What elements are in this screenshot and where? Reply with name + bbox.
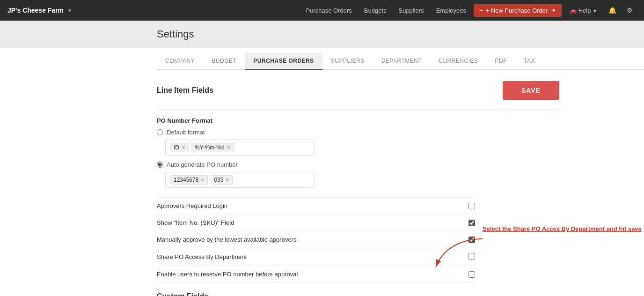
- counter-tag: 035 ✕: [211, 175, 233, 185]
- tab-currencies[interactable]: CURRENCIES: [430, 53, 486, 70]
- page-title: Settings: [157, 28, 644, 40]
- date-format-tag: %Y-%m-%d ✕: [191, 143, 234, 152]
- approvers-login-label: Approvers Required Login: [157, 202, 227, 209]
- section-header: Line Item Fields SAVE: [157, 81, 559, 100]
- reserve-po-row: Enable users to reserve PO number before…: [157, 266, 475, 283]
- settings-tabs: COMPANY BUDGET PURCHASE ORDERS SUPPLIERS…: [157, 48, 644, 70]
- auto-generate-radio[interactable]: [157, 162, 163, 168]
- content-area: Line Item Fields SAVE PO Number Format D…: [157, 70, 578, 296]
- help-icon: 🚗: [569, 7, 577, 14]
- po-number-format-label: PO Number Format: [157, 117, 559, 124]
- manually-approve-label: Manually approve by the lowest available…: [157, 236, 296, 243]
- plus-icon: +: [479, 7, 483, 14]
- share-po-row: Share PO Access By Department Select the…: [157, 248, 475, 266]
- default-format-option: Default format: [157, 129, 559, 136]
- nav-budgets[interactable]: Budgets: [359, 4, 391, 17]
- tab-tax[interactable]: TAX: [515, 53, 543, 70]
- share-po-label: Share PO Access By Department: [157, 253, 247, 260]
- nav-right: Purchase Orders Budgets Suppliers Employ…: [301, 4, 637, 17]
- brand-dropdown-icon[interactable]: ▼: [67, 8, 72, 13]
- show-sku-label: Show "Item No. (SKU)" Field: [157, 219, 234, 226]
- notification-bell-icon[interactable]: 🔔: [605, 4, 620, 17]
- sequence-tag: 12345678 ✕: [170, 175, 208, 185]
- nav-employees[interactable]: Employees: [432, 4, 471, 17]
- save-button[interactable]: SAVE: [503, 81, 559, 100]
- annotation-arrow: [431, 234, 487, 272]
- tab-budget[interactable]: BUDGET: [203, 53, 245, 70]
- auto-generate-label: Auto generate PO number: [167, 161, 238, 168]
- counter-tag-close[interactable]: ✕: [225, 177, 229, 183]
- page-header: Settings: [0, 21, 644, 48]
- settings-gear-icon[interactable]: ⚙: [623, 4, 637, 17]
- annotation-text: Select the Share PO Acces By Department …: [483, 225, 642, 232]
- auto-generate-tags: 12345678 ✕ 035 ✕: [165, 172, 315, 188]
- default-format-radio[interactable]: [157, 129, 163, 135]
- nav-left: JP's Cheese Farm ▼: [7, 7, 72, 14]
- nav-suppliers[interactable]: Suppliers: [394, 4, 428, 17]
- reserve-po-checkbox[interactable]: [468, 271, 475, 278]
- checkbox-rows: Approvers Required Login Show "Item No. …: [157, 197, 559, 283]
- auto-generate-option: Auto generate PO number: [157, 161, 559, 168]
- sequence-tag-close[interactable]: ✕: [200, 177, 205, 183]
- main-content: COMPANY BUDGET PURCHASE ORDERS SUPPLIERS…: [0, 48, 644, 296]
- new-purchase-order-button[interactable]: + + New Purchase Order ▼: [474, 4, 562, 17]
- show-sku-row: Show "Item No. (SKU)" Field: [157, 214, 475, 231]
- default-format-tags: ID ✕ %Y-%m-%d ✕: [165, 140, 315, 155]
- divider: [157, 109, 559, 110]
- tab-department[interactable]: DEPARTMENT: [373, 53, 431, 70]
- manually-approve-row: Manually approve by the lowest available…: [157, 231, 475, 248]
- id-tag-close[interactable]: ✕: [181, 145, 185, 151]
- date-tag-close[interactable]: ✕: [227, 145, 231, 151]
- id-tag: ID ✕: [170, 143, 189, 152]
- custom-fields-section: Custom Fields You can create and configu…: [157, 283, 559, 296]
- annotation-container: Select the Share PO Acces By Department …: [483, 225, 642, 233]
- section-title: Line Item Fields: [157, 86, 213, 95]
- help-link[interactable]: 🚗 Help ▼: [564, 4, 602, 17]
- new-btn-arrow: ▼: [551, 8, 556, 13]
- brand-name[interactable]: JP's Cheese Farm: [7, 7, 64, 14]
- po-number-format-group: PO Number Format Default format ID ✕ %Y-…: [157, 117, 559, 188]
- reserve-po-label: Enable users to reserve PO number before…: [157, 271, 298, 278]
- approvers-login-row: Approvers Required Login: [157, 197, 475, 214]
- tab-pdf[interactable]: PDF: [487, 53, 516, 70]
- help-arrow: ▼: [593, 8, 597, 14]
- tab-company[interactable]: COMPANY: [157, 53, 203, 70]
- top-navigation: JP's Cheese Farm ▼ Purchase Orders Budge…: [0, 0, 644, 21]
- share-po-checkbox-container: Select the Share PO Acces By Department …: [468, 253, 475, 261]
- show-sku-checkbox[interactable]: [468, 220, 475, 226]
- custom-fields-title: Custom Fields: [157, 292, 559, 296]
- nav-purchase-orders[interactable]: Purchase Orders: [301, 4, 357, 17]
- default-format-label: Default format: [167, 129, 205, 136]
- tab-suppliers[interactable]: SUPPLIERS: [322, 53, 373, 70]
- approvers-login-checkbox[interactable]: [468, 203, 475, 209]
- tab-purchase-orders[interactable]: PURCHASE ORDERS: [245, 53, 322, 70]
